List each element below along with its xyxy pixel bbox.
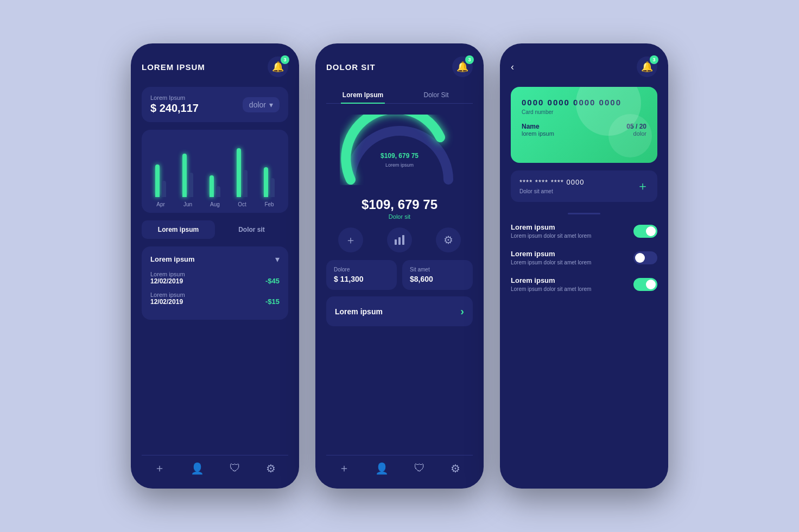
nav-shield-icon[interactable]: 🛡 xyxy=(230,462,240,474)
gauge-chart-button[interactable] xyxy=(387,227,412,252)
bar-double xyxy=(155,164,166,197)
amount-left: Lorem Ipsum $ 240,117 xyxy=(150,94,199,115)
cc-number-label: Card number xyxy=(522,109,646,115)
bell-button-3[interactable]: 🔔 3 xyxy=(637,56,657,77)
chart-bars xyxy=(147,137,283,197)
toggle-knob-3 xyxy=(646,280,656,289)
p2-tab-1[interactable]: Lorem Ipsum xyxy=(326,87,400,103)
transaction-row-2: Lorem ipsum 12/02/2019 -$15 xyxy=(150,292,280,306)
bell-badge-1: 3 xyxy=(281,55,289,64)
nav-gear-icon-2[interactable]: ⚙ xyxy=(451,462,460,475)
toggle-1[interactable] xyxy=(633,225,657,238)
nav-add-icon[interactable]: ＋ xyxy=(154,461,165,476)
gauge-container: $109, 679 75 Lorem ipsum xyxy=(326,115,473,185)
tab-buttons: Lorem ipsum Dolor sit xyxy=(142,220,288,239)
tx-date-2: 12/02/2019 xyxy=(150,298,185,306)
bell-button-2[interactable]: 🔔 3 xyxy=(452,56,473,77)
tx-label-2: Lorem ipsum xyxy=(150,292,185,298)
bar-dim xyxy=(162,181,166,197)
stat2-value: $8,600 xyxy=(410,275,465,283)
stat-sit-amet: Sit amet $8,600 xyxy=(402,260,473,290)
chart-label-aug: Aug xyxy=(205,201,225,207)
saved-card-label: Dolor sit amet xyxy=(519,188,584,194)
main-amount-value: $109, 679 75 xyxy=(326,197,473,212)
phone-2: DOLOR SIT 🔔 3 Lorem Ipsum Dolor Sit $109… xyxy=(315,43,484,489)
stat1-value: $ 11,300 xyxy=(334,275,389,283)
main-amount: $109, 679 75 Dolor sit xyxy=(326,197,473,220)
p2-tabs: Lorem Ipsum Dolor Sit xyxy=(326,87,473,104)
nav-add-icon-2[interactable]: ＋ xyxy=(339,461,350,476)
toggle-3[interactable] xyxy=(633,278,657,291)
saved-card-info: **** **** **** 0000 Dolor sit amet xyxy=(519,178,584,194)
nav-user-icon-2[interactable]: 👤 xyxy=(375,462,389,475)
tx-amount-2: -$15 xyxy=(265,297,280,306)
dropdown-label: dolor xyxy=(249,100,266,109)
back-button[interactable]: ‹ xyxy=(511,61,514,73)
cta-arrow-icon: › xyxy=(460,305,464,318)
cc-number: 0000 0000 0000 0000 xyxy=(522,98,646,107)
bar-group-aug xyxy=(210,175,220,197)
add-card-button[interactable]: ＋ xyxy=(637,178,649,194)
section-header: Lorem ipsum ▾ xyxy=(150,254,280,264)
toggle-left-1: Lorem ipsum Lorem ipsum dolor sit amet l… xyxy=(511,223,591,239)
chart-label-apr: Apr xyxy=(151,201,170,207)
bottom-nav-2: ＋ 👤 🛡 ⚙ xyxy=(326,455,473,476)
bar-double xyxy=(264,167,275,197)
amount-label: Lorem Ipsum xyxy=(150,94,199,101)
toggle-left-3: Lorem ipsum Lorem ipsum dolor sit amet l… xyxy=(511,276,591,292)
nav-user-icon[interactable]: 👤 xyxy=(191,462,204,475)
bar xyxy=(155,164,160,197)
stat-dolore: Dolore $ 11,300 xyxy=(326,260,397,290)
toggle-2[interactable] xyxy=(633,251,657,264)
tx-info-1: Lorem ipsum 12/02/2019 xyxy=(150,271,185,285)
stat2-label: Sit amet xyxy=(410,267,465,273)
chevron-down-icon: ▾ xyxy=(269,100,273,109)
chart-labels: Apr Jun Aug Oct Feb xyxy=(147,201,283,207)
p2-tab-2[interactable]: Dolor Sit xyxy=(400,87,473,103)
dropdown-button[interactable]: dolor ▾ xyxy=(243,97,280,112)
gauge-svg: $109, 679 75 Lorem ipsum xyxy=(340,115,459,185)
toggle-title-2: Lorem ipsum xyxy=(511,250,591,258)
gauge-gear-button[interactable]: ⚙ xyxy=(436,227,461,252)
phone2-header: DOLOR SIT 🔔 3 xyxy=(326,56,473,77)
phone3-header: ‹ 🔔 3 xyxy=(511,56,657,77)
tx-date-1: 12/02/2019 xyxy=(150,277,185,285)
toggle-row-3: Lorem ipsum Lorem ipsum dolor sit amet l… xyxy=(511,276,657,292)
chart-label-feb: Feb xyxy=(259,201,279,207)
toggle-knob-1 xyxy=(646,226,656,236)
amount-value: $ 240,117 xyxy=(150,102,199,115)
phone-1: LOREM IPSUM 🔔 3 Lorem Ipsum $ 240,117 do… xyxy=(131,43,299,489)
bar-group-oct xyxy=(237,148,248,197)
bar-double xyxy=(182,154,193,197)
bar-double xyxy=(237,148,248,197)
bar-double xyxy=(210,175,220,197)
transaction-row-1: Lorem ipsum 12/02/2019 -$45 xyxy=(150,271,280,285)
cc-expiry: 05 / 20 dolor xyxy=(626,123,646,137)
tx-info-2: Lorem ipsum 12/02/2019 xyxy=(150,292,185,306)
bar xyxy=(210,175,214,197)
nav-shield-icon-2[interactable]: 🛡 xyxy=(414,462,425,474)
bottom-nav-1: ＋ 👤 🛡 ⚙ xyxy=(142,455,288,476)
tab-lorem-ipsum[interactable]: Lorem ipsum xyxy=(142,220,215,239)
phone2-title: DOLOR SIT xyxy=(326,62,376,72)
bar-dim xyxy=(243,170,248,197)
bell-button-1[interactable]: 🔔 3 xyxy=(268,56,288,77)
cta-button[interactable]: Lorem ipsum › xyxy=(326,296,473,326)
gauge-add-button[interactable]: ＋ xyxy=(338,227,363,252)
stat1-label: Dolore xyxy=(334,267,389,273)
bell-badge-2: 3 xyxy=(465,55,474,64)
chart-label-oct: Oct xyxy=(232,201,252,207)
toggle-row-1: Lorem ipsum Lorem ipsum dolor sit amet l… xyxy=(511,223,657,239)
cc-bottom: Name lorem ipsum 05 / 20 dolor xyxy=(522,123,646,137)
chevron-down-icon[interactable]: ▾ xyxy=(275,254,280,264)
cc-expiry-sub: dolor xyxy=(626,130,646,137)
tx-label-1: Lorem ipsum xyxy=(150,271,185,277)
saved-card: **** **** **** 0000 Dolor sit amet ＋ xyxy=(511,170,657,202)
chart-area: Apr Jun Aug Oct Feb xyxy=(142,130,288,213)
bar-group-jun xyxy=(182,154,193,197)
toggle-knob-2 xyxy=(635,253,645,263)
tab-dolor-sit[interactable]: Dolor sit xyxy=(215,220,288,239)
bar-dim xyxy=(270,178,275,197)
nav-gear-icon[interactable]: ⚙ xyxy=(266,462,276,475)
phone1-title: LOREM IPSUM xyxy=(142,62,205,72)
